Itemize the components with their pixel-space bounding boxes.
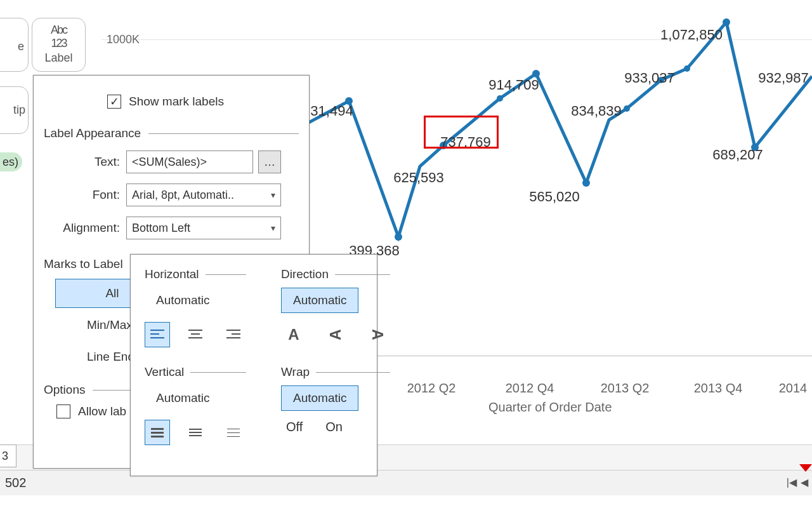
direction-automatic-button[interactable]: Automatic: [281, 288, 358, 313]
marks-chip-label-text: Label: [32, 51, 85, 65]
h-align-right-icon[interactable]: [221, 322, 246, 347]
x-tick: 2014: [779, 381, 808, 396]
data-label: 625,593: [393, 170, 444, 186]
prev-tab-icon[interactable]: ◀: [801, 476, 808, 488]
marks-chip-label[interactable]: Abc 123 Label: [32, 18, 86, 72]
options-heading: Options: [44, 383, 85, 397]
data-label: 834,839: [571, 103, 622, 119]
h-align-center-icon[interactable]: [183, 322, 208, 347]
wrap-automatic-button[interactable]: Automatic: [281, 385, 358, 411]
text-field-label: Text:: [44, 155, 126, 169]
svg-point-3: [497, 95, 503, 102]
wrap-heading: Wrap: [281, 365, 310, 379]
x-tick: 2013 Q2: [601, 381, 650, 396]
x-tick: 2013 Q4: [694, 381, 743, 396]
label-appearance-heading: Label Appearance: [44, 126, 141, 140]
marks-to-label-heading: Marks to Label: [44, 257, 123, 271]
svg-point-8: [684, 65, 690, 72]
data-label: 933,037: [624, 70, 675, 86]
v-align-top-icon[interactable]: [145, 420, 170, 445]
data-label: 689,207: [712, 147, 763, 163]
font-select[interactable]: Arial, 8pt, Automati.. ▾: [126, 184, 281, 206]
abc-123-icon: Abc 123: [32, 23, 85, 50]
svg-point-5: [582, 179, 590, 187]
show-mark-labels-checkbox[interactable]: ✓: [107, 95, 121, 109]
wrap-off-button[interactable]: Off: [286, 420, 303, 434]
allow-overlap-label: Allow lab: [78, 404, 126, 418]
marks-chip-detail[interactable]: e: [0, 18, 29, 72]
allow-overlap-checkbox[interactable]: [56, 404, 70, 418]
data-label: 565,020: [529, 189, 580, 205]
vertical-heading: Vertical: [145, 365, 184, 379]
data-label: 914,709: [488, 77, 539, 93]
tab-scroll-controls[interactable]: |◀ ◀: [787, 470, 808, 494]
vertical-automatic-button[interactable]: Automatic: [145, 385, 221, 411]
horizontal-heading: Horizontal: [145, 267, 199, 281]
direction-up-icon[interactable]: A: [323, 322, 348, 347]
alignment-popup: Horizontal Automatic Vertical Automatic: [130, 254, 377, 476]
data-label: 932,987: [758, 70, 809, 86]
x-tick: 2012 Q2: [407, 381, 456, 396]
x-tick: 2012 Q4: [506, 381, 554, 396]
svg-point-6: [624, 105, 630, 112]
direction-horizontal-icon[interactable]: A: [281, 322, 306, 347]
chevron-down-icon: ▾: [271, 223, 275, 233]
edit-label-text-button[interactable]: …: [258, 150, 281, 173]
v-align-bottom-icon[interactable]: [221, 420, 246, 445]
data-label: 31,494: [310, 103, 353, 119]
font-field-label: Font:: [44, 188, 126, 202]
status-bar: 502: [0, 470, 812, 495]
svg-point-1: [395, 233, 402, 241]
direction-down-icon[interactable]: A: [365, 322, 390, 347]
chevron-down-icon: ▾: [271, 190, 275, 200]
marks-chip-tooltip[interactable]: tip: [0, 86, 29, 134]
alignment-field-label: Alignment:: [44, 221, 126, 235]
alignment-select[interactable]: Bottom Left ▾: [126, 217, 281, 239]
show-mark-labels-label: Show mark labels: [129, 95, 224, 109]
label-text-input[interactable]: <SUM(Sales)>: [126, 150, 253, 173]
horizontal-automatic-button[interactable]: Automatic: [145, 288, 221, 313]
sheet-tab[interactable]: eet 3: [0, 444, 16, 467]
measure-pill-sales[interactable]: es): [0, 152, 22, 171]
h-align-left-icon[interactable]: [145, 322, 170, 347]
svg-point-9: [723, 18, 730, 26]
x-axis-title: Quarter of Order Date: [488, 400, 612, 415]
wrap-on-button[interactable]: On: [325, 420, 343, 434]
v-align-middle-icon[interactable]: [183, 420, 208, 445]
first-tab-icon[interactable]: |◀: [787, 476, 797, 488]
annotation-marker: [799, 464, 812, 472]
annotation-highlight-box: [424, 116, 499, 149]
direction-heading: Direction: [281, 267, 329, 281]
data-label: 1,072,850: [660, 27, 723, 43]
